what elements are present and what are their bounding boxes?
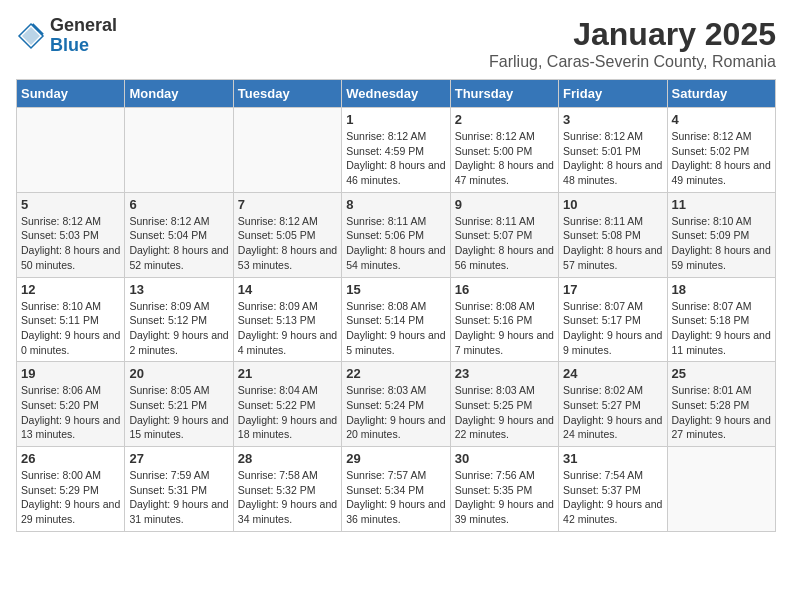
calendar-week-1: 5Sunrise: 8:12 AM Sunset: 5:03 PM Daylig… [17, 192, 776, 277]
calendar-cell: 9Sunrise: 8:11 AM Sunset: 5:07 PM Daylig… [450, 192, 558, 277]
day-number: 4 [672, 112, 771, 127]
calendar-cell: 22Sunrise: 8:03 AM Sunset: 5:24 PM Dayli… [342, 362, 450, 447]
day-info: Sunrise: 8:12 AM Sunset: 5:05 PM Dayligh… [238, 214, 337, 273]
header-tuesday: Tuesday [233, 80, 341, 108]
calendar-cell: 18Sunrise: 8:07 AM Sunset: 5:18 PM Dayli… [667, 277, 775, 362]
day-info: Sunrise: 8:11 AM Sunset: 5:08 PM Dayligh… [563, 214, 662, 273]
calendar-cell [17, 108, 125, 193]
day-info: Sunrise: 8:12 AM Sunset: 5:01 PM Dayligh… [563, 129, 662, 188]
calendar-cell: 26Sunrise: 8:00 AM Sunset: 5:29 PM Dayli… [17, 447, 125, 532]
logo-text: General Blue [50, 16, 117, 56]
day-number: 14 [238, 282, 337, 297]
day-info: Sunrise: 7:57 AM Sunset: 5:34 PM Dayligh… [346, 468, 445, 527]
calendar-cell: 5Sunrise: 8:12 AM Sunset: 5:03 PM Daylig… [17, 192, 125, 277]
calendar-cell: 6Sunrise: 8:12 AM Sunset: 5:04 PM Daylig… [125, 192, 233, 277]
day-number: 8 [346, 197, 445, 212]
day-info: Sunrise: 8:09 AM Sunset: 5:12 PM Dayligh… [129, 299, 228, 358]
calendar-week-3: 19Sunrise: 8:06 AM Sunset: 5:20 PM Dayli… [17, 362, 776, 447]
day-number: 12 [21, 282, 120, 297]
day-info: Sunrise: 8:03 AM Sunset: 5:24 PM Dayligh… [346, 383, 445, 442]
day-number: 31 [563, 451, 662, 466]
day-number: 1 [346, 112, 445, 127]
calendar-cell [125, 108, 233, 193]
logo-general: General [50, 16, 117, 36]
day-number: 25 [672, 366, 771, 381]
day-number: 3 [563, 112, 662, 127]
calendar-cell: 24Sunrise: 8:02 AM Sunset: 5:27 PM Dayli… [559, 362, 667, 447]
calendar-cell: 19Sunrise: 8:06 AM Sunset: 5:20 PM Dayli… [17, 362, 125, 447]
title-section: January 2025 Farliug, Caras-Severin Coun… [489, 16, 776, 71]
page-header: General Blue January 2025 Farliug, Caras… [16, 16, 776, 71]
header-monday: Monday [125, 80, 233, 108]
location-subtitle: Farliug, Caras-Severin County, Romania [489, 53, 776, 71]
day-number: 7 [238, 197, 337, 212]
calendar-cell: 15Sunrise: 8:08 AM Sunset: 5:14 PM Dayli… [342, 277, 450, 362]
header-row: Sunday Monday Tuesday Wednesday Thursday… [17, 80, 776, 108]
day-number: 30 [455, 451, 554, 466]
header-thursday: Thursday [450, 80, 558, 108]
header-wednesday: Wednesday [342, 80, 450, 108]
day-info: Sunrise: 8:05 AM Sunset: 5:21 PM Dayligh… [129, 383, 228, 442]
day-number: 18 [672, 282, 771, 297]
day-info: Sunrise: 8:12 AM Sunset: 4:59 PM Dayligh… [346, 129, 445, 188]
day-info: Sunrise: 8:12 AM Sunset: 5:02 PM Dayligh… [672, 129, 771, 188]
calendar-cell: 7Sunrise: 8:12 AM Sunset: 5:05 PM Daylig… [233, 192, 341, 277]
calendar-cell: 16Sunrise: 8:08 AM Sunset: 5:16 PM Dayli… [450, 277, 558, 362]
day-number: 21 [238, 366, 337, 381]
day-info: Sunrise: 8:02 AM Sunset: 5:27 PM Dayligh… [563, 383, 662, 442]
month-title: January 2025 [489, 16, 776, 53]
day-info: Sunrise: 8:09 AM Sunset: 5:13 PM Dayligh… [238, 299, 337, 358]
day-info: Sunrise: 7:58 AM Sunset: 5:32 PM Dayligh… [238, 468, 337, 527]
day-info: Sunrise: 7:59 AM Sunset: 5:31 PM Dayligh… [129, 468, 228, 527]
day-number: 11 [672, 197, 771, 212]
calendar-cell: 25Sunrise: 8:01 AM Sunset: 5:28 PM Dayli… [667, 362, 775, 447]
calendar-cell: 17Sunrise: 8:07 AM Sunset: 5:17 PM Dayli… [559, 277, 667, 362]
calendar-cell: 14Sunrise: 8:09 AM Sunset: 5:13 PM Dayli… [233, 277, 341, 362]
day-number: 19 [21, 366, 120, 381]
day-number: 5 [21, 197, 120, 212]
calendar-cell: 31Sunrise: 7:54 AM Sunset: 5:37 PM Dayli… [559, 447, 667, 532]
calendar-cell: 3Sunrise: 8:12 AM Sunset: 5:01 PM Daylig… [559, 108, 667, 193]
day-info: Sunrise: 8:03 AM Sunset: 5:25 PM Dayligh… [455, 383, 554, 442]
day-info: Sunrise: 8:07 AM Sunset: 5:17 PM Dayligh… [563, 299, 662, 358]
day-number: 2 [455, 112, 554, 127]
header-saturday: Saturday [667, 80, 775, 108]
day-number: 26 [21, 451, 120, 466]
calendar-cell: 10Sunrise: 8:11 AM Sunset: 5:08 PM Dayli… [559, 192, 667, 277]
logo-blue: Blue [50, 36, 117, 56]
day-number: 29 [346, 451, 445, 466]
day-number: 13 [129, 282, 228, 297]
header-sunday: Sunday [17, 80, 125, 108]
day-number: 22 [346, 366, 445, 381]
calendar-cell: 4Sunrise: 8:12 AM Sunset: 5:02 PM Daylig… [667, 108, 775, 193]
header-friday: Friday [559, 80, 667, 108]
calendar-cell: 28Sunrise: 7:58 AM Sunset: 5:32 PM Dayli… [233, 447, 341, 532]
calendar-cell: 12Sunrise: 8:10 AM Sunset: 5:11 PM Dayli… [17, 277, 125, 362]
calendar-cell: 13Sunrise: 8:09 AM Sunset: 5:12 PM Dayli… [125, 277, 233, 362]
day-info: Sunrise: 8:12 AM Sunset: 5:03 PM Dayligh… [21, 214, 120, 273]
day-info: Sunrise: 7:56 AM Sunset: 5:35 PM Dayligh… [455, 468, 554, 527]
day-number: 9 [455, 197, 554, 212]
calendar-cell [233, 108, 341, 193]
day-info: Sunrise: 8:08 AM Sunset: 5:14 PM Dayligh… [346, 299, 445, 358]
day-number: 27 [129, 451, 228, 466]
calendar-body: 1Sunrise: 8:12 AM Sunset: 4:59 PM Daylig… [17, 108, 776, 532]
calendar-week-2: 12Sunrise: 8:10 AM Sunset: 5:11 PM Dayli… [17, 277, 776, 362]
day-number: 20 [129, 366, 228, 381]
day-info: Sunrise: 8:11 AM Sunset: 5:07 PM Dayligh… [455, 214, 554, 273]
day-number: 6 [129, 197, 228, 212]
day-info: Sunrise: 8:10 AM Sunset: 5:09 PM Dayligh… [672, 214, 771, 273]
day-info: Sunrise: 8:01 AM Sunset: 5:28 PM Dayligh… [672, 383, 771, 442]
day-info: Sunrise: 8:12 AM Sunset: 5:00 PM Dayligh… [455, 129, 554, 188]
calendar-cell: 27Sunrise: 7:59 AM Sunset: 5:31 PM Dayli… [125, 447, 233, 532]
logo: General Blue [16, 16, 117, 56]
calendar-cell [667, 447, 775, 532]
calendar-cell: 11Sunrise: 8:10 AM Sunset: 5:09 PM Dayli… [667, 192, 775, 277]
day-info: Sunrise: 8:07 AM Sunset: 5:18 PM Dayligh… [672, 299, 771, 358]
calendar-cell: 21Sunrise: 8:04 AM Sunset: 5:22 PM Dayli… [233, 362, 341, 447]
calendar-cell: 23Sunrise: 8:03 AM Sunset: 5:25 PM Dayli… [450, 362, 558, 447]
logo-icon [16, 21, 46, 51]
day-info: Sunrise: 8:12 AM Sunset: 5:04 PM Dayligh… [129, 214, 228, 273]
calendar-week-4: 26Sunrise: 8:00 AM Sunset: 5:29 PM Dayli… [17, 447, 776, 532]
day-info: Sunrise: 8:06 AM Sunset: 5:20 PM Dayligh… [21, 383, 120, 442]
